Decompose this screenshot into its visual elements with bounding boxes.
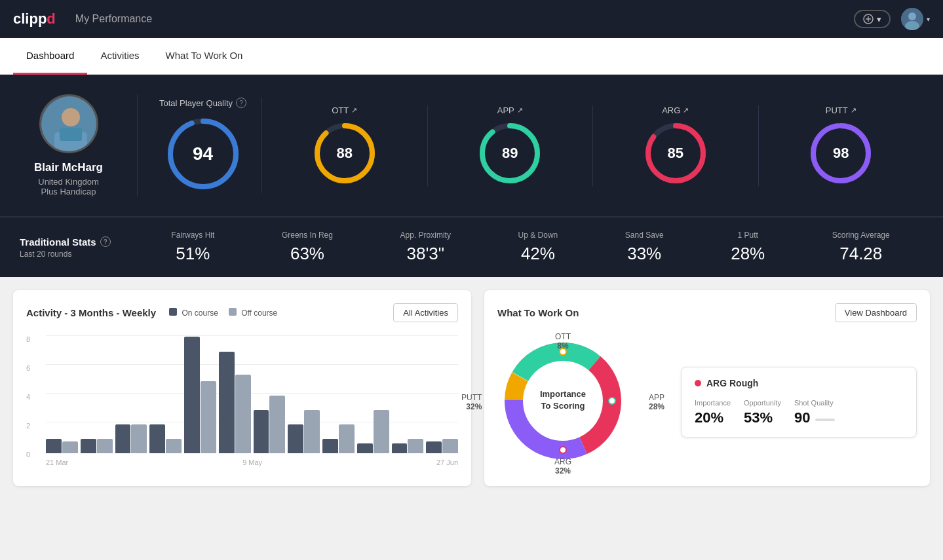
bar-light-12 bbox=[442, 439, 458, 453]
bar-light-4 bbox=[166, 439, 182, 453]
activity-legend: On course Off course bbox=[169, 308, 277, 318]
tab-dashboard[interactable]: Dashboard bbox=[13, 38, 87, 75]
putt-value: 98 bbox=[833, 145, 849, 162]
all-activities-button[interactable]: All Activities bbox=[393, 303, 458, 322]
svg-point-27 bbox=[560, 447, 566, 453]
bar-dark-11 bbox=[392, 443, 408, 453]
fairways-hit-value: 51% bbox=[176, 244, 210, 264]
bar-dark-5 bbox=[184, 337, 200, 453]
arg-label: ARG ↗ bbox=[662, 105, 689, 115]
x-label-may: 9 May bbox=[242, 458, 262, 466]
svg-point-7 bbox=[62, 108, 80, 126]
y-label-6: 6 bbox=[26, 364, 30, 372]
trad-stats-info-icon[interactable]: ? bbox=[100, 236, 111, 247]
bar-dark-4 bbox=[149, 424, 165, 453]
arg-segment-label: ARG 32% bbox=[554, 457, 571, 476]
bar-dark-8 bbox=[288, 424, 303, 453]
tpq-info-icon[interactable]: ? bbox=[236, 98, 246, 108]
bar-light-6 bbox=[235, 375, 251, 453]
stat-app-proximity: App. Proximity 38'3" bbox=[400, 231, 451, 264]
tab-activities[interactable]: Activities bbox=[87, 38, 152, 75]
work-on-title: What To Work On bbox=[497, 307, 579, 318]
header-right: ▾ ▾ bbox=[854, 8, 930, 30]
bar-group-10 bbox=[357, 410, 389, 453]
bar-light-1 bbox=[62, 441, 78, 453]
svg-point-26 bbox=[609, 398, 615, 404]
bar-light-2 bbox=[97, 439, 113, 453]
logo-d: d bbox=[47, 10, 55, 27]
total-quality-circle: 94 bbox=[164, 115, 242, 193]
fairways-hit-label: Fairways Hit bbox=[171, 231, 214, 240]
tab-what-to-work-on[interactable]: What To Work On bbox=[153, 38, 256, 75]
1-putt-value: 28% bbox=[731, 244, 765, 264]
svg-rect-9 bbox=[60, 128, 82, 141]
stat-sand-save: Sand Save 33% bbox=[625, 231, 664, 264]
stat-items: Fairways Hit 51% Greens In Reg 63% App. … bbox=[138, 231, 923, 264]
player-avatar bbox=[39, 94, 98, 153]
sub-score-putt: PUTT ↗ 98 bbox=[759, 105, 924, 186]
logo-clip: clipp bbox=[13, 10, 47, 27]
arg-stat-opportunity: Opportunity 53% bbox=[744, 399, 781, 426]
app-proximity-label: App. Proximity bbox=[400, 231, 451, 240]
performance-banner: Blair McHarg United Kingdom Plus Handica… bbox=[0, 75, 943, 217]
bar-light-10 bbox=[374, 410, 389, 453]
app-value: 89 bbox=[502, 145, 518, 162]
app-arrow-icon: ↗ bbox=[517, 106, 523, 115]
y-label-2: 2 bbox=[26, 422, 30, 430]
player-name: Blair McHarg bbox=[34, 161, 103, 174]
trad-stats-label: Traditional Stats ? Last 20 rounds bbox=[20, 236, 138, 259]
logo-area: clippd My Performance bbox=[13, 10, 152, 28]
arg-arrow-icon: ↗ bbox=[683, 106, 689, 115]
add-button[interactable]: ▾ bbox=[854, 10, 891, 28]
avatar-chevron: ▾ bbox=[927, 16, 930, 23]
donut-chart-area: OTT 8% APP 28% ARG 32% PUTT 32% bbox=[497, 335, 628, 469]
bar-light-5 bbox=[201, 381, 216, 453]
activity-panel-header: Activity - 3 Months - Weekly On course O… bbox=[26, 303, 458, 322]
y-label-4: 4 bbox=[26, 393, 30, 401]
chart-area: 8 6 4 2 0 bbox=[26, 335, 458, 466]
view-dashboard-button[interactable]: View Dashboard bbox=[835, 303, 917, 322]
legend-on-course: On course bbox=[169, 308, 218, 318]
bar-dark-2 bbox=[81, 439, 96, 453]
work-on-content: OTT 8% APP 28% ARG 32% PUTT 32% bbox=[497, 335, 917, 469]
off-course-dot bbox=[229, 308, 237, 316]
activity-panel: Activity - 3 Months - Weekly On course O… bbox=[13, 290, 471, 486]
add-label: ▾ bbox=[877, 14, 881, 24]
bar-group-3 bbox=[115, 424, 147, 453]
putt-segment-label: PUTT 32% bbox=[461, 393, 482, 411]
ott-segment-label: OTT 8% bbox=[555, 332, 571, 350]
bar-group-7 bbox=[254, 396, 286, 453]
bar-group-8 bbox=[288, 410, 320, 453]
ott-circle: 88 bbox=[312, 121, 377, 186]
app-circle: 89 bbox=[477, 121, 543, 186]
putt-label: PUTT ↗ bbox=[826, 105, 856, 115]
putt-arrow-icon: ↗ bbox=[851, 106, 856, 115]
sub-score-ott: OTT ↗ 88 bbox=[262, 105, 428, 186]
legend-off-course: Off course bbox=[229, 308, 277, 318]
arg-value: 85 bbox=[668, 145, 683, 162]
bar-dark-9 bbox=[322, 439, 338, 453]
header-title: My Performance bbox=[75, 13, 152, 25]
bar-light-11 bbox=[408, 439, 423, 453]
x-labels: 21 Mar 9 May 27 Jun bbox=[46, 458, 458, 466]
ott-label: OTT ↗ bbox=[332, 105, 357, 115]
donut-center-text-1: Importance bbox=[540, 389, 586, 399]
bar-dark-7 bbox=[254, 410, 269, 453]
header: clippd My Performance ▾ ▾ bbox=[0, 0, 943, 38]
stat-up-and-down: Up & Down 42% bbox=[518, 231, 558, 264]
trad-stats-title: Traditional Stats ? bbox=[20, 236, 138, 248]
shot-quality-bar bbox=[815, 419, 835, 421]
total-quality-value: 94 bbox=[193, 143, 213, 164]
ott-value: 88 bbox=[337, 145, 353, 162]
y-label-0: 0 bbox=[26, 451, 30, 458]
avatar-button[interactable]: ▾ bbox=[901, 8, 930, 30]
greens-in-reg-label: Greens In Reg bbox=[282, 231, 333, 240]
arg-card-wrapper: ARG Rough Importance 20% Opportunity 53%… bbox=[681, 367, 917, 438]
stat-greens-in-reg: Greens In Reg 63% bbox=[282, 231, 333, 264]
bar-dark-12 bbox=[426, 441, 442, 453]
bars-container bbox=[46, 335, 458, 453]
work-on-header: What To Work On View Dashboard bbox=[497, 303, 917, 322]
greens-in-reg-value: 63% bbox=[290, 244, 324, 264]
bar-light-8 bbox=[304, 410, 320, 453]
sub-score-app: APP ↗ 89 bbox=[428, 105, 594, 186]
